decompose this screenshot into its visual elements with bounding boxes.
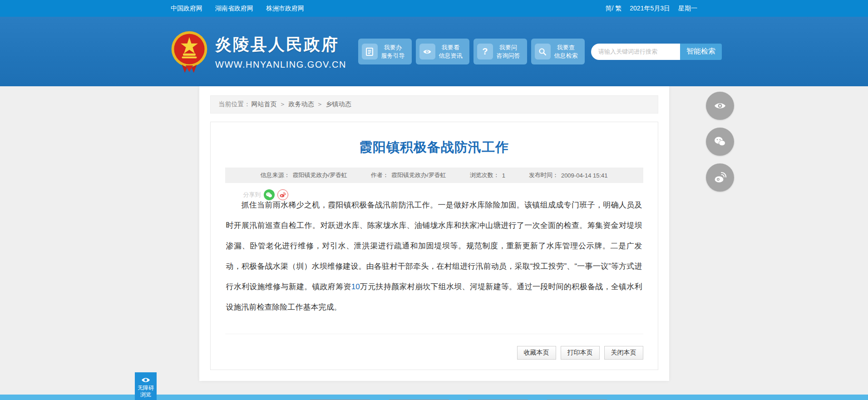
- content-page: 当前位置： 网站首页 ＞ 政务动态 ＞ 乡镇动态 霞阳镇积极备战防汛工作 信息来…: [199, 86, 669, 381]
- wechat-icon[interactable]: [706, 128, 734, 156]
- eye-icon: [419, 44, 435, 59]
- accessibility-button[interactable]: 无障碍 浏览: [135, 372, 157, 400]
- page-root: 中国政府网 湖南省政府网 株洲市政府网 简/ 繁 2021年5月3日 星期一: [0, 0, 868, 400]
- link-zhuzhou-gov[interactable]: 株洲市政府网: [266, 5, 304, 13]
- highlighted-number: 10: [351, 282, 360, 291]
- question-icon: ?: [477, 44, 493, 59]
- bookmark-page-button[interactable]: 收藏本页: [517, 346, 556, 360]
- share-label: 分享到: [243, 191, 261, 199]
- meta-source-label: 信息来源：: [260, 171, 290, 179]
- meta-author-label: 作者：: [371, 171, 389, 179]
- current-weekday: 星期一: [678, 5, 697, 13]
- link-china-gov[interactable]: 中国政府网: [171, 5, 202, 13]
- main-area: 当前位置： 网站首页 ＞ 政务动态 ＞ 乡镇动态 霞阳镇积极备战防汛工作 信息来…: [0, 86, 868, 395]
- top-bar: 中国政府网 湖南省政府网 株洲市政府网 简/ 繁 2021年5月3日 星期一: [0, 0, 868, 17]
- search-input[interactable]: [591, 44, 680, 60]
- weibo-share-icon[interactable]: [277, 189, 288, 200]
- lang-switch[interactable]: 简/ 繁: [606, 5, 622, 13]
- service-shortcuts: 我要办服务引导 我要看信息资讯 ? 我要问咨询问答: [358, 39, 585, 64]
- site-header: 炎陵县人民政府 WWW.HNYANLING.GOV.CN 我要办服务引导: [0, 17, 868, 86]
- service-button-news[interactable]: 我要看信息资讯: [416, 39, 469, 64]
- gov-links: 中国政府网 湖南省政府网 株洲市政府网: [171, 5, 304, 13]
- smart-search-button[interactable]: 智能检索: [680, 44, 722, 60]
- article-paragraph: 抓住当前雨水稀少之机，霞阳镇积极备战汛前防汛工作。一是做好水库除险加固。该镇组成…: [226, 195, 642, 317]
- breadcrumb-town-news[interactable]: 乡镇动态: [326, 100, 351, 109]
- meta-views-label: 浏览次数：: [470, 171, 499, 179]
- share-widget: 分享到: [243, 189, 288, 200]
- floating-toolbar: [706, 92, 734, 192]
- article-meta-bar: 信息来源： 霞阳镇党政办/罗香虹 作者： 霞阳镇党政办/罗香虹 浏览次数： 1 …: [225, 168, 643, 183]
- service-label: 我要问咨询问答: [493, 44, 523, 60]
- document-icon: [362, 44, 378, 59]
- print-page-button[interactable]: 打印本页: [561, 346, 600, 360]
- site-url: WWW.HNYANLING.GOV.CN: [215, 59, 346, 70]
- breadcrumb: 当前位置： 网站首页 ＞ 政务动态 ＞ 乡镇动态: [210, 95, 658, 114]
- meta-time-value: 2009-04-14 15:41: [561, 172, 608, 179]
- weibo-icon[interactable]: [706, 163, 734, 192]
- service-button-query[interactable]: 我要查信息检索: [531, 39, 585, 64]
- article-title: 霞阳镇积极备战防汛工作: [225, 135, 643, 168]
- close-page-button[interactable]: 关闭本页: [604, 346, 643, 360]
- service-button-ask[interactable]: ? 我要问咨询问答: [473, 39, 527, 64]
- site-title-block: 炎陵县人民政府 WWW.HNYANLING.GOV.CN: [215, 34, 346, 70]
- article-actions: 收藏本页 打印本页 关闭本页: [225, 334, 643, 370]
- meta-time-label: 发布时间：: [529, 171, 558, 179]
- article-container: 霞阳镇积极备战防汛工作 信息来源： 霞阳镇党政办/罗香虹 作者： 霞阳镇党政办/…: [210, 122, 658, 370]
- accessibility-label-line2: 浏览: [140, 391, 151, 398]
- meta-author-value: 霞阳镇党政办/罗香虹: [391, 171, 446, 179]
- national-emblem-logo: [171, 30, 208, 73]
- breadcrumb-separator: ＞: [280, 100, 286, 109]
- site-name: 炎陵县人民政府: [215, 34, 346, 56]
- meta-source-value: 霞阳镇党政办/罗香虹: [292, 171, 347, 179]
- breadcrumb-label: 当前位置：: [219, 100, 251, 109]
- eye-icon[interactable]: [706, 92, 734, 120]
- topbar-right: 简/ 繁 2021年5月3日 星期一: [606, 5, 698, 13]
- breadcrumb-separator: ＞: [317, 100, 323, 109]
- accessibility-label-line1: 无障碍: [138, 385, 154, 391]
- current-date: 2021年5月3日: [630, 5, 670, 13]
- article-body: 分享到 抓住当前雨水稀少之机，霞阳镇积极备战汛前防汛工作。一是做好水库除险加固。…: [225, 183, 643, 331]
- link-hunan-gov[interactable]: 湖南省政府网: [215, 5, 253, 13]
- search-icon: [535, 44, 551, 59]
- site-search: 智能检索: [591, 44, 722, 60]
- service-label: 我要办服务引导: [378, 44, 408, 60]
- service-button-handle[interactable]: 我要办服务引导: [358, 39, 412, 64]
- breadcrumb-gov-news[interactable]: 政务动态: [289, 100, 314, 109]
- meta-views-value: 1: [502, 172, 505, 179]
- service-label: 我要看信息资讯: [435, 44, 466, 60]
- breadcrumb-home[interactable]: 网站首页: [252, 100, 277, 109]
- footer-nav-band: 网站导航： 省级政府 省会城市 省内市州 县市区: [0, 395, 868, 400]
- wechat-share-icon[interactable]: [264, 189, 275, 200]
- service-label: 我要查信息检索: [551, 44, 581, 60]
- eye-icon: [141, 377, 150, 383]
